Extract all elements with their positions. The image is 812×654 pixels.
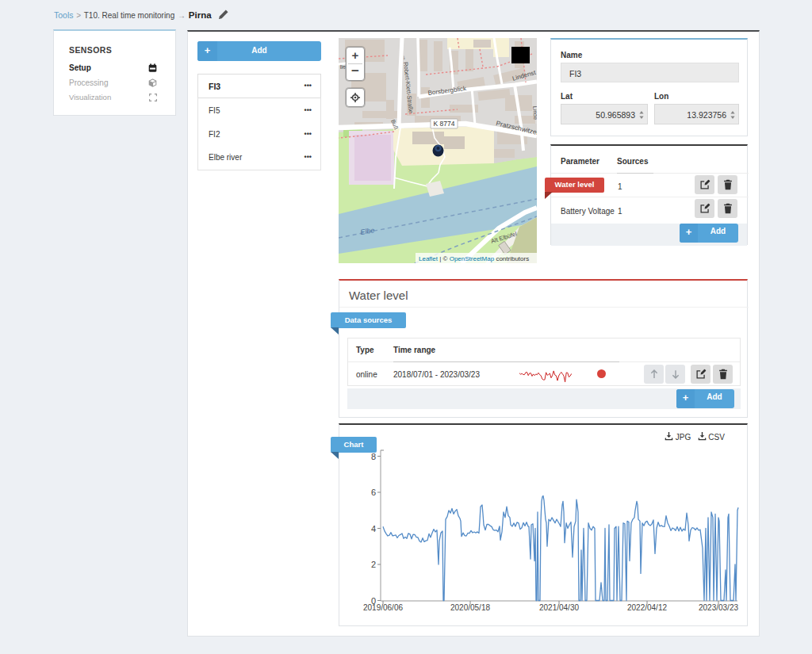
- svg-text:2023/03/23: 2023/03/23: [699, 603, 738, 612]
- svg-text:Leaflet | © OpenStreetMap cont: Leaflet | © OpenStreetMap contributors: [419, 255, 529, 262]
- svg-text:2022/04/12: 2022/04/12: [627, 603, 667, 612]
- svg-text:8: 8: [371, 452, 376, 461]
- svg-text:2021/04/30: 2021/04/30: [539, 603, 579, 612]
- svg-text:4: 4: [371, 524, 376, 534]
- svg-text:6: 6: [371, 488, 376, 497]
- svg-text:2020/05/18: 2020/05/18: [450, 603, 490, 612]
- svg-text:2019/06/06: 2019/06/06: [363, 603, 403, 612]
- svg-text:K 8774: K 8774: [434, 120, 455, 128]
- svg-text:2: 2: [371, 560, 376, 569]
